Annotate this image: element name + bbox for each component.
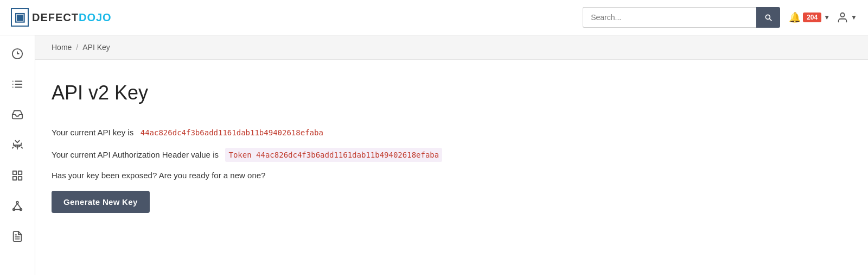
expose-question: Has your key been exposed? Are you ready…: [52, 171, 852, 180]
dashboard-icon: [11, 48, 23, 60]
search-area: [583, 7, 780, 28]
sidebar-item-network[interactable]: [4, 193, 30, 219]
sidebar-item-findings[interactable]: [4, 71, 30, 97]
api-auth-value: Token 44ac826dc4f3b6add1161dab11b4940261…: [225, 148, 442, 162]
logo-dojo: DOJO: [79, 11, 112, 24]
document-icon: [11, 230, 23, 242]
sidebar-item-bugs[interactable]: [4, 132, 30, 158]
user-menu[interactable]: ▼: [837, 11, 857, 23]
inbox-icon: [11, 109, 23, 121]
bug-icon: [11, 139, 23, 151]
api-key-info: Your current API key is 44ac826dc4f3b6ad…: [52, 126, 852, 139]
network-icon: [11, 200, 23, 212]
main-content: Home / API Key API v2 Key Your current A…: [35, 35, 868, 275]
api-auth-label: Your current API Authorization Header va…: [52, 150, 219, 159]
navbar-right: 🔔 204 ▼ ▼: [789, 11, 857, 23]
svg-point-0: [840, 13, 844, 17]
bell-icon: 🔔: [789, 11, 801, 23]
sidebar-item-dashboard[interactable]: [4, 41, 30, 67]
user-dropdown-arrow: ▼: [851, 14, 857, 21]
generate-new-key-button[interactable]: Generate New Key: [52, 191, 150, 213]
sidebar-item-inbox[interactable]: [4, 102, 30, 128]
svg-rect-15: [18, 177, 22, 180]
search-button[interactable]: [756, 7, 780, 28]
search-input[interactable]: [583, 7, 756, 28]
api-key-value: 44ac826dc4f3b6add1161dab11b49402618efaba: [141, 128, 323, 137]
navbar: ▣ DEFECT DOJO 🔔 204 ▼ ▼: [0, 0, 868, 35]
logo[interactable]: ▣ DEFECT DOJO: [11, 8, 112, 27]
svg-line-20: [14, 203, 17, 208]
svg-line-11: [12, 147, 14, 148]
grid-icon: [11, 170, 23, 182]
breadcrumb-home[interactable]: Home: [52, 43, 72, 52]
api-auth-info: Your current API Authorization Header va…: [52, 148, 852, 162]
content-area: API v2 Key Your current API key is 44ac8…: [35, 60, 868, 235]
logo-bracket: ▣: [11, 8, 29, 27]
svg-rect-14: [18, 171, 22, 174]
svg-line-21: [17, 203, 21, 208]
list-icon: [11, 78, 23, 90]
user-icon: [837, 11, 848, 23]
sidebar-item-grid[interactable]: [4, 162, 30, 189]
page-title: API v2 Key: [52, 82, 852, 104]
search-icon: [764, 13, 773, 22]
sidebar: [0, 35, 35, 275]
breadcrumb-current: API Key: [82, 43, 110, 52]
sidebar-item-documents[interactable]: [4, 223, 30, 249]
notification-area[interactable]: 🔔 204 ▼: [789, 11, 830, 23]
svg-rect-13: [13, 171, 16, 174]
svg-line-12: [21, 147, 22, 148]
breadcrumb-separator: /: [76, 43, 78, 52]
breadcrumb-bar: Home / API Key: [35, 35, 868, 60]
svg-rect-16: [13, 177, 16, 180]
api-key-label: Your current API key is: [52, 128, 133, 137]
logo-defect: DEFECT: [32, 11, 79, 24]
notification-badge: 204: [803, 12, 821, 22]
notification-dropdown-arrow: ▼: [824, 14, 830, 21]
